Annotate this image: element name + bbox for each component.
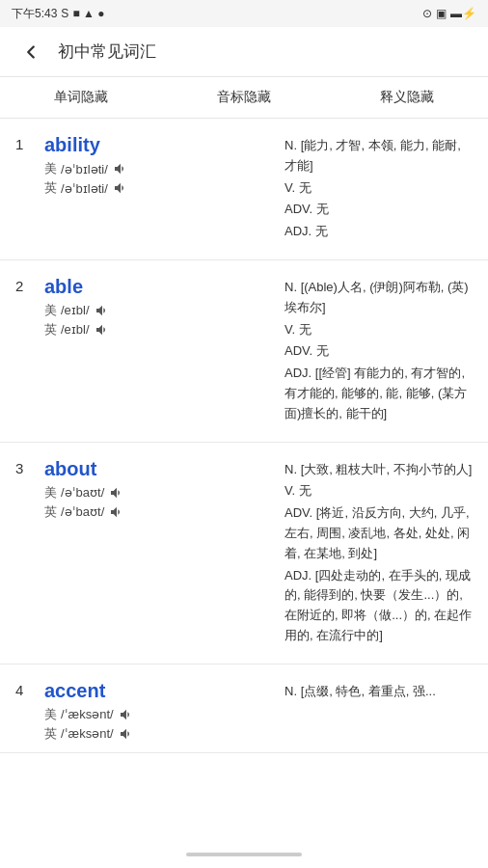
vocab-item-3: 3 about 美 /əˈbaʊt/ 英 /əˈbaʊt/ N. [大致, 粗枝… [0, 443, 488, 665]
phonetic-us-4: 美 /ˈæksənt/ [44, 706, 273, 723]
phonetic-uk-2: 英 /eɪbl/ [44, 321, 273, 339]
vocab-item-2: 2 able 美 /eɪbl/ 英 /eɪbl/ N. [(Able)人名, (… [0, 260, 488, 443]
vocab-def-4: N. [点缀, 特色, 着重点, 强... [285, 680, 473, 745]
sound-us-4[interactable] [118, 706, 135, 723]
vocab-number-2: 2 [15, 276, 33, 426]
status-right: ⊙ ▣ ▬⚡ [422, 7, 476, 20]
sound-uk-3[interactable] [108, 503, 125, 521]
sound-uk-4[interactable] [118, 725, 135, 743]
vocab-word-1: ability [44, 134, 273, 156]
vocab-main-3: about 美 /əˈbaʊt/ 英 /əˈbaʊt/ [44, 458, 273, 648]
sound-us-1[interactable] [112, 160, 129, 177]
status-icons: ■ ▲ ● [72, 7, 104, 20]
tab-bar: 单词隐藏 音标隐藏 释义隐藏 [0, 77, 488, 119]
tab-word-hide[interactable]: 单词隐藏 [0, 77, 163, 118]
sound-uk-2[interactable] [94, 321, 111, 339]
phonetic-uk-4: 英 /ˈæksənt/ [44, 725, 273, 743]
phonetic-us-3: 美 /əˈbaʊt/ [44, 484, 273, 502]
vocab-number-3: 3 [15, 458, 33, 648]
battery-icon: ▬⚡ [450, 7, 476, 20]
status-bar: 下午5:43 S ■ ▲ ● ⊙ ▣ ▬⚡ [0, 0, 488, 27]
vocab-def-3: N. [大致, 粗枝大叶, 不拘小节的人] V. 无 ADV. [将近, 沿反方… [285, 458, 473, 648]
signal-icon: ▣ [436, 7, 447, 20]
sound-us-3[interactable] [108, 484, 125, 502]
vocab-list: 1 ability 美 /əˈbɪləti/ 英 /əˈbɪləti/ N. [… [0, 119, 488, 753]
status-signal: S [61, 7, 68, 20]
sound-uk-1[interactable] [112, 179, 129, 197]
back-button[interactable] [15, 37, 46, 68]
phonetic-uk-3: 英 /əˈbaʊt/ [44, 503, 273, 521]
phonetic-us-1: 美 /əˈbɪləti/ [44, 160, 273, 177]
sound-us-2[interactable] [94, 302, 111, 319]
tab-def-hide[interactable]: 释义隐藏 [325, 77, 488, 118]
phonetic-uk-1: 英 /əˈbɪləti/ [44, 179, 273, 197]
vocab-word-3: about [44, 458, 273, 480]
vocab-number-4: 4 [15, 680, 33, 745]
phonetic-us-2: 美 /eɪbl/ [44, 302, 273, 319]
vocab-item-1: 1 ability 美 /əˈbɪləti/ 英 /əˈbɪləti/ N. [… [0, 119, 488, 260]
vocab-word-4: accent [44, 680, 273, 702]
wifi-icon: ⊙ [422, 7, 432, 20]
header: 初中常见词汇 [0, 27, 488, 77]
vocab-def-2: N. [(Able)人名, (伊朗)阿布勒, (英)埃布尔] V. 无 ADV.… [285, 276, 473, 426]
vocab-word-2: able [44, 276, 273, 298]
vocab-main-2: able 美 /eɪbl/ 英 /eɪbl/ [44, 276, 273, 426]
vocab-main-1: ability 美 /əˈbɪləti/ 英 /əˈbɪləti/ [44, 134, 273, 244]
status-left: 下午5:43 S ■ ▲ ● [12, 6, 104, 22]
vocab-item-4: 4 accent 美 /ˈæksənt/ 英 /ˈæksənt/ N. [点缀,… [0, 665, 488, 753]
header-title: 初中常见词汇 [58, 41, 156, 63]
vocab-main-4: accent 美 /ˈæksənt/ 英 /ˈæksənt/ [44, 680, 273, 745]
tab-phonetic-hide[interactable]: 音标隐藏 [163, 77, 326, 118]
status-time: 下午5:43 [12, 6, 57, 22]
vocab-def-1: N. [能力, 才智, 本领, 能力, 能耐, 才能] V. 无 ADV. 无 … [285, 134, 473, 244]
vocab-number-1: 1 [15, 134, 33, 244]
scroll-indicator [186, 853, 302, 856]
